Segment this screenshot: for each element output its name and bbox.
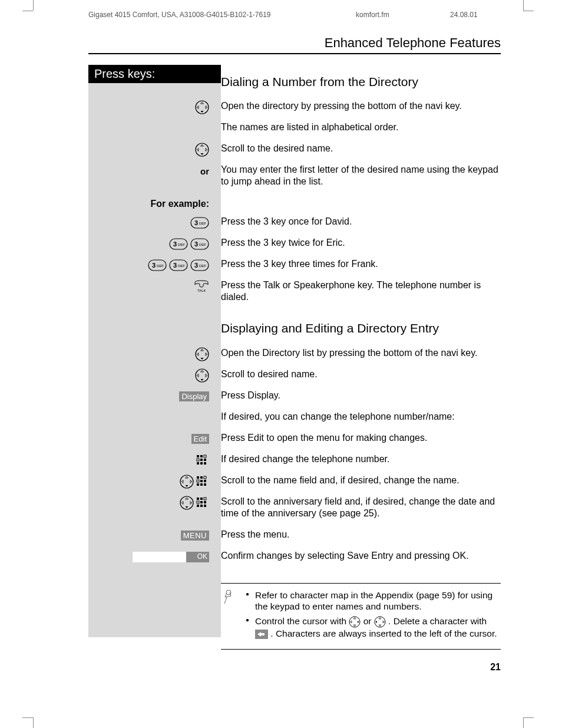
navi-down-icon — [180, 496, 194, 510]
softkey-display: Display — [179, 391, 209, 401]
page-number: 21 — [490, 662, 501, 673]
heading-display-edit: Displaying and Editing a Directory Entry — [221, 321, 501, 336]
text-talk: Press the Talk or Speakerphone key. The … — [221, 279, 501, 303]
text-scroll: Scroll to the desired name. — [221, 143, 501, 154]
pushpin-icon — [223, 589, 234, 605]
navi-right-icon — [349, 616, 361, 628]
text-david: Press the 3 key once for David. — [221, 216, 501, 228]
softkey-edit: Edit — [191, 434, 209, 444]
key-3-icon — [190, 238, 209, 250]
label-example: For example: — [150, 199, 209, 209]
text-scroll-desired: Scroll to desired name. — [221, 368, 501, 380]
text-frank: Press the 3 key three times for Frank. — [221, 258, 501, 270]
label-or: or — [200, 166, 209, 176]
softkey-ok: OK — [197, 552, 207, 561]
note-cursor: Control the cursor with or . Delete a ch… — [246, 615, 498, 639]
note-charmap: Refer to character map in the Appendix (… — [246, 589, 498, 612]
key-3-icon — [169, 238, 188, 250]
header-meta: Gigaset 4015 Comfort, USA, A31008-G4015-… — [88, 11, 497, 19]
save-entry-display: OK — [133, 552, 209, 562]
text-open-list: Open the Directory list by pressing the … — [221, 347, 501, 359]
key-3-icon — [190, 217, 209, 229]
text-change-name: Scroll to the name field and, if desired… — [221, 475, 501, 486]
text-eric: Press the 3 key twice for Eric. — [221, 237, 501, 249]
softkey-menu: MENU — [181, 531, 209, 541]
key-3-icon — [190, 259, 209, 271]
text-open-dir: Open the directory by pressing the botto… — [221, 100, 501, 112]
text-alpha: The names are listed in alphabetical ord… — [221, 121, 501, 133]
navi-down-icon — [195, 143, 209, 157]
section-title: Enhanced Telephone Features — [88, 35, 501, 54]
keypad-icon — [196, 497, 209, 509]
text-change-num: If desired change the telephone number. — [221, 453, 501, 465]
text-change-anniv: Scroll to the anniversary field and, if … — [221, 496, 501, 519]
doc-date: 24.08.01 — [450, 11, 497, 19]
doc-id: Gigaset 4015 Comfort, USA, A31008-G4015-… — [88, 11, 356, 19]
text-press-menu: Press the menu. — [221, 529, 501, 541]
text-press-display: Press Display. — [221, 390, 501, 401]
text-confirm: Confirm changes by selecting Save Entry … — [221, 550, 501, 562]
navi-down-icon — [195, 347, 209, 361]
key-3-icon — [169, 259, 188, 271]
talk-key-icon — [194, 280, 209, 293]
heading-dialing: Dialing a Number from the Directory — [221, 74, 501, 90]
text-first-letter: You may enter the first letter of the de… — [221, 164, 501, 187]
text-if-change: If desired, you can change the telephone… — [221, 411, 501, 423]
keypad-icon — [196, 476, 209, 487]
navi-down-icon — [180, 475, 194, 489]
backspace-icon — [255, 630, 268, 639]
text-press-edit: Press Edit to open the menu for making c… — [221, 432, 501, 444]
navi-down-icon — [195, 368, 209, 383]
navi-down-icon — [195, 100, 209, 114]
note-box: Refer to character map in the Appendix (… — [221, 583, 501, 650]
keypad-icon — [196, 454, 209, 466]
navi-left-icon — [374, 616, 386, 628]
doc-file: komfort.fm — [356, 11, 450, 19]
key-3-icon — [148, 259, 167, 271]
